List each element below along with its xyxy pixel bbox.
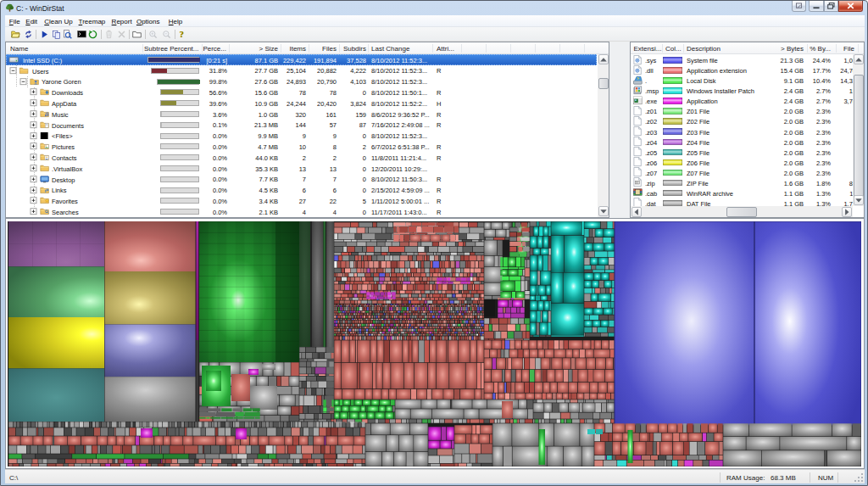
svg-text:?: ? (179, 30, 183, 39)
